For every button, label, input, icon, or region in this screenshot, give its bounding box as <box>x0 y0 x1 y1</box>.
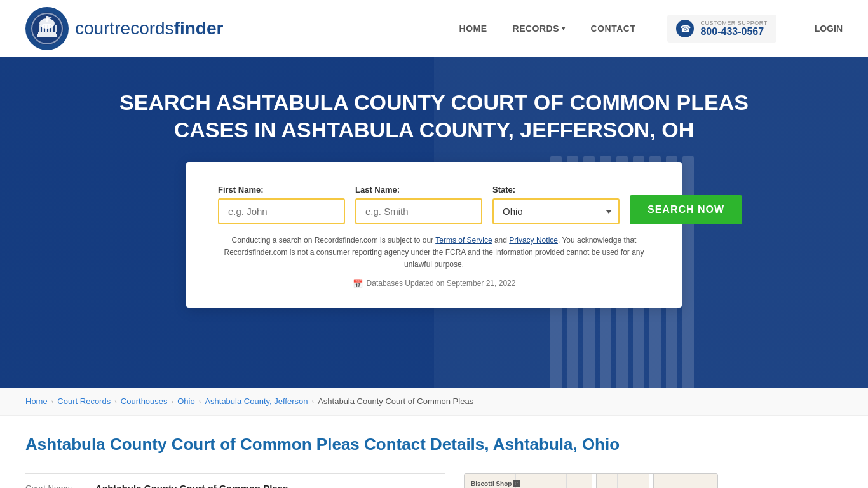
nav-contact[interactable]: CONTACT <box>591 24 636 34</box>
header: courtrecordsfinder HOME RECORDS ▾ CONTAC… <box>0 0 868 57</box>
logo-icon <box>25 7 69 50</box>
phone-icon: ☎ <box>676 20 694 37</box>
map-label-biscotti: Biscotti Shop 🅿 <box>471 480 520 487</box>
support-box[interactable]: ☎ CUSTOMER SUPPORT 800-433-0567 <box>667 15 776 43</box>
breadcrumb-sep-1: › <box>51 398 54 405</box>
disclaimer-text: Conducting a search on Recordsfinder.com… <box>218 234 650 271</box>
first-name-label: First Name: <box>218 185 345 194</box>
breadcrumb-county[interactable]: Ashtabula County, Jefferson <box>205 396 308 406</box>
terms-link[interactable]: Terms of Service <box>435 236 492 245</box>
calendar-icon: 📅 <box>353 279 363 288</box>
details-map-row: Court Name: Ashtabula County Court of Co… <box>25 473 843 488</box>
search-button[interactable]: SEARCH NOW <box>630 195 742 224</box>
chevron-down-icon: ▾ <box>562 25 566 32</box>
state-select[interactable]: Ohio Alabama Alaska California <box>492 198 620 224</box>
main-nav: HOME RECORDS ▾ CONTACT ☎ CUSTOMER SUPPOR… <box>459 15 843 43</box>
first-name-group: First Name: <box>218 185 345 224</box>
table-row: Court Name: Ashtabula County Court of Co… <box>25 473 445 488</box>
svg-rect-3 <box>39 25 41 32</box>
support-label: CUSTOMER SUPPORT <box>700 20 767 26</box>
state-group: State: Ohio Alabama Alaska California <box>492 185 620 224</box>
svg-rect-5 <box>45 25 47 32</box>
court-name-label: Court Name: <box>25 484 89 488</box>
svg-rect-8 <box>55 25 57 32</box>
db-updated: 📅 Databases Updated on September 21, 202… <box>218 279 650 288</box>
breadcrumb: Home › Court Records › Courthouses › Ohi… <box>0 388 868 416</box>
svg-rect-10 <box>37 34 57 37</box>
main-content: Ashtabula County Court of Common Pleas C… <box>0 416 868 488</box>
last-name-input[interactable] <box>355 198 482 224</box>
svg-rect-9 <box>38 32 56 34</box>
state-label: State: <box>492 185 620 194</box>
first-name-input[interactable] <box>218 198 345 224</box>
breadcrumb-court-records[interactable]: Court Records <box>57 396 111 406</box>
breadcrumb-sep-4: › <box>199 398 201 405</box>
map-background: Walnut St E Walnut Biscotti Shop 🅿 Burea… <box>465 474 717 488</box>
svg-rect-7 <box>51 25 53 32</box>
privacy-link[interactable]: Privacy Notice <box>509 236 558 245</box>
support-number: 800-433-0567 <box>700 26 767 37</box>
nav-records[interactable]: RECORDS ▾ <box>513 24 566 34</box>
nav-home[interactable]: HOME <box>459 24 487 34</box>
breadcrumb-current: Ashtabula County Court of Common Pleas <box>318 396 473 406</box>
map-area[interactable]: Walnut St E Walnut Biscotti Shop 🅿 Burea… <box>464 473 718 488</box>
breadcrumb-home[interactable]: Home <box>25 396 48 406</box>
svg-rect-6 <box>48 25 50 32</box>
nav-login[interactable]: LOGIN <box>815 24 843 34</box>
last-name-group: Last Name: <box>355 185 482 224</box>
svg-rect-4 <box>42 25 44 32</box>
svg-rect-11 <box>46 16 48 22</box>
logo-text: courtrecordsfinder <box>75 18 223 39</box>
search-fields: First Name: Last Name: State: Ohio Alaba… <box>218 185 650 224</box>
logo[interactable]: courtrecordsfinder <box>25 7 459 50</box>
last-name-label: Last Name: <box>355 185 482 194</box>
breadcrumb-sep-3: › <box>172 398 174 405</box>
breadcrumb-courthouses[interactable]: Courthouses <box>121 396 168 406</box>
page-heading: Ashtabula County Court of Common Pleas C… <box>25 435 843 454</box>
court-name-value: Ashtabula County Court of Common Pleas <box>95 483 288 488</box>
breadcrumb-sep-5: › <box>312 398 315 405</box>
breadcrumb-ohio[interactable]: Ohio <box>177 396 194 406</box>
details-table: Court Name: Ashtabula County Court of Co… <box>25 473 445 488</box>
hero-section: SEARCH ASHTABULA COUNTY COURT OF COMMON … <box>0 57 868 388</box>
svg-rect-2 <box>43 24 51 25</box>
breadcrumb-sep-2: › <box>114 398 117 405</box>
search-card: First Name: Last Name: State: Ohio Alaba… <box>186 162 682 308</box>
